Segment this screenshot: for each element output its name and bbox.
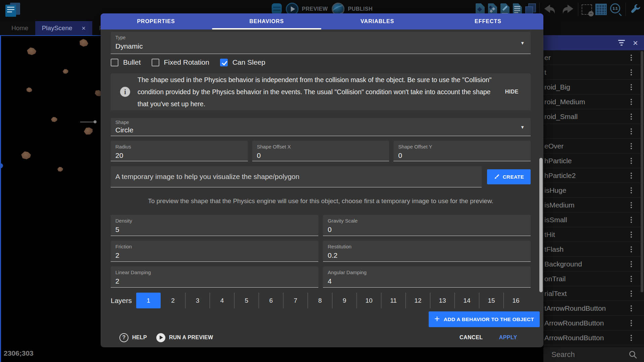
item-menu-icon[interactable]: [631, 291, 632, 297]
filter-icon[interactable]: [618, 40, 625, 46]
object-list-item[interactable]: isHuge: [543, 183, 644, 198]
sidebar-scrollbar[interactable]: [641, 51, 643, 292]
project-manager-icon[interactable]: [5, 2, 21, 17]
layer-button-6[interactable]: 6: [259, 293, 283, 308]
object-list-item[interactable]: rialText: [543, 286, 644, 301]
add-behavior-button[interactable]: + ADD A BEHAVIOR TO THE OBJECT: [429, 311, 540, 327]
item-menu-icon[interactable]: [631, 202, 632, 208]
tab-home[interactable]: Home: [5, 21, 35, 35]
asteroid-sprite[interactable]: [25, 87, 33, 93]
tab-properties[interactable]: PROPERTIES: [101, 13, 211, 29]
object-list-item[interactable]: hParticle2: [543, 168, 644, 183]
object-list-item[interactable]: isMedium: [543, 198, 644, 213]
object-list-item[interactable]: [543, 124, 644, 139]
layer-button-10[interactable]: 10: [357, 293, 381, 308]
asteroid-sprite[interactable]: [57, 167, 63, 172]
cancel-button[interactable]: CANCEL: [460, 335, 483, 341]
linear-damping-field[interactable]: Linear Damping 2: [111, 266, 318, 288]
asteroid-sprite[interactable]: [83, 127, 93, 135]
item-menu-icon[interactable]: [631, 232, 632, 238]
tab-behaviors[interactable]: BEHAVIORS: [211, 13, 322, 29]
object-list-item[interactable]: ArrowRoundButton: [543, 316, 644, 330]
item-menu-icon[interactable]: [631, 69, 632, 75]
layer-button-16[interactable]: 16: [503, 293, 528, 308]
close-panel-icon[interactable]: ×: [633, 39, 638, 47]
redo-icon[interactable]: [560, 3, 575, 16]
selection-handle[interactable]: [0, 163, 3, 168]
asteroid-sprite[interactable]: [63, 69, 68, 74]
asteroid-sprite[interactable]: [51, 117, 57, 122]
object-list-item[interactable]: roid_Small: [543, 109, 644, 124]
object-list-item[interactable]: tFlash: [543, 242, 644, 257]
gravity-scale-field[interactable]: Gravity Scale 0: [323, 215, 531, 236]
asteroid-sprite[interactable]: [78, 38, 89, 48]
undo-icon[interactable]: [543, 3, 557, 16]
friction-field[interactable]: Friction 2: [111, 241, 318, 262]
apply-button[interactable]: APPLY: [499, 335, 517, 341]
layer-button-14[interactable]: 14: [454, 293, 479, 308]
item-menu-icon[interactable]: [631, 114, 632, 120]
object-list-item[interactable]: roid_Medium: [543, 95, 644, 109]
create-button[interactable]: CREATE: [487, 169, 531, 184]
object-list-item[interactable]: hParticle: [543, 154, 644, 168]
object-list-item[interactable]: tHit: [543, 227, 644, 242]
item-menu-icon[interactable]: [631, 128, 632, 134]
item-menu-icon[interactable]: [631, 261, 632, 267]
item-menu-icon[interactable]: [631, 335, 632, 341]
object-list-item[interactable]: tArrowRoundButton: [543, 301, 644, 316]
item-menu-icon[interactable]: [631, 143, 632, 149]
layer-button-3[interactable]: 3: [185, 293, 210, 308]
close-tab-icon[interactable]: ×: [82, 24, 86, 32]
fixed-rotation-checkbox[interactable]: Fixed Rotation: [152, 58, 209, 66]
object-list-item[interactable]: isSmall: [543, 213, 644, 227]
shape-offset-y-field[interactable]: Shape Offset Y 0: [393, 141, 531, 161]
layer-button-8[interactable]: 8: [308, 293, 332, 308]
object-list-item[interactable]: t: [543, 65, 644, 80]
search-input[interactable]: Search: [551, 350, 629, 359]
object-list-item[interactable]: ArrowRoundButton: [543, 330, 644, 345]
layer-button-1[interactable]: 1: [136, 293, 161, 308]
selection-mask-icon[interactable]: [582, 4, 592, 15]
layer-button-4[interactable]: 4: [210, 293, 234, 308]
bullet-checkbox[interactable]: Bullet: [111, 58, 141, 66]
grid-icon[interactable]: [595, 4, 607, 15]
shape-select[interactable]: Shape Circle ▼: [111, 118, 531, 136]
object-list-item[interactable]: onTrail: [543, 272, 644, 286]
layer-button-15[interactable]: 15: [479, 293, 503, 308]
debug-icon[interactable]: [272, 3, 282, 15]
layer-button-13[interactable]: 13: [430, 293, 454, 308]
help-button[interactable]: ? HELP: [119, 333, 147, 342]
tab-effects[interactable]: EFFECTS: [433, 13, 543, 29]
settings-wrench-icon[interactable]: [629, 3, 641, 15]
item-menu-icon[interactable]: [631, 187, 632, 193]
bullet-sprite[interactable]: [94, 120, 97, 123]
item-menu-icon[interactable]: [631, 276, 632, 282]
item-menu-icon[interactable]: [631, 173, 632, 179]
dialog-scrollbar[interactable]: [539, 158, 543, 292]
layer-button-7[interactable]: 7: [283, 293, 308, 308]
object-list-item[interactable]: eOver: [543, 139, 644, 154]
restitution-field[interactable]: Restitution 0.2: [323, 241, 531, 262]
tab-variables[interactable]: VARIABLES: [322, 13, 433, 29]
density-field[interactable]: Density 5: [111, 215, 318, 236]
item-menu-icon[interactable]: [631, 158, 632, 164]
type-select[interactable]: Type Dynamic ▼: [111, 32, 531, 54]
object-search-bar[interactable]: Search: [543, 347, 644, 362]
can-sleep-checkbox[interactable]: Can Sleep: [220, 58, 265, 66]
tab-playscene[interactable]: PlayScene ×: [35, 21, 93, 35]
asteroid-sprite[interactable]: [21, 151, 31, 160]
object-list-item[interactable]: er: [543, 50, 644, 65]
angular-damping-field[interactable]: Angular Damping 4: [323, 266, 531, 288]
temp-image-field[interactable]: A temporary image to help you visualize …: [111, 166, 482, 187]
zoom-1-1-icon[interactable]: 1:1: [610, 3, 622, 15]
run-preview-button[interactable]: RUN A PREVIEW: [147, 333, 213, 342]
item-menu-icon[interactable]: [631, 55, 632, 61]
item-menu-icon[interactable]: [631, 217, 632, 223]
shape-offset-x-field[interactable]: Shape Offset X 0: [252, 141, 389, 161]
object-list-item[interactable]: roid_Big: [543, 80, 644, 95]
item-menu-icon[interactable]: [631, 246, 632, 252]
asteroid-sprite[interactable]: [26, 47, 37, 56]
layer-button-12[interactable]: 12: [406, 293, 430, 308]
item-menu-icon[interactable]: [631, 320, 632, 326]
layer-button-5[interactable]: 5: [234, 293, 259, 308]
